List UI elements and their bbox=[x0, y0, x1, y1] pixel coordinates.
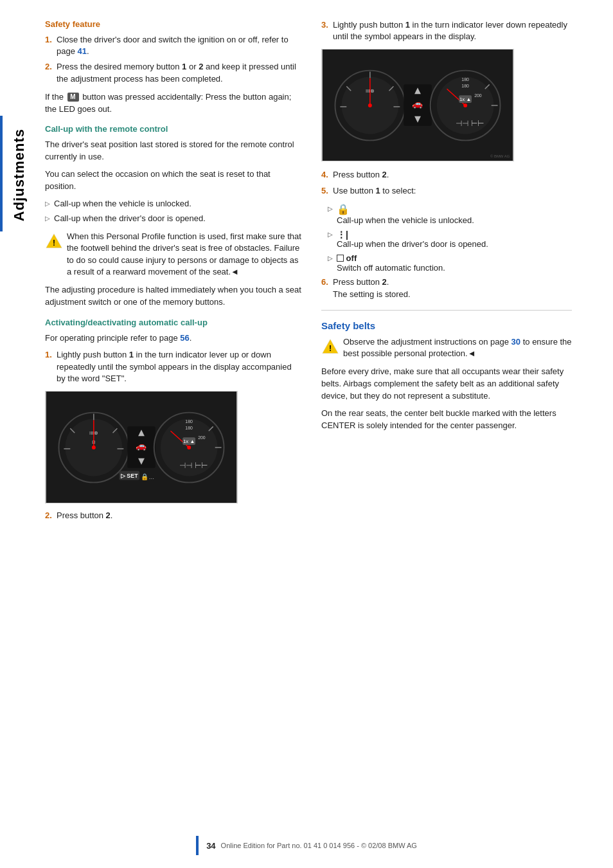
svg-text:⊣⊣ ⊢⊢: ⊣⊣ ⊢⊢ bbox=[179, 461, 207, 470]
callup-heading: Call-up with the remote control bbox=[45, 124, 302, 134]
dashboard-image-left: III⊗ Ω bbox=[45, 391, 238, 503]
sub-item-text: 🔒 Call-up when the vehicle is unlocked. bbox=[337, 203, 474, 225]
bullet-item: ▷ Call-up when the vehicle is unlocked. bbox=[45, 198, 302, 210]
svg-text:© BMW AG: © BMW AG bbox=[490, 154, 510, 158]
svg-text:200: 200 bbox=[198, 435, 206, 440]
svg-text:...: ... bbox=[149, 473, 154, 480]
safety-feature-list: 1. Close the driver's door and switch th… bbox=[45, 34, 302, 85]
safety-belts-section: Safety belts ! Observe the adjustment in… bbox=[321, 320, 572, 432]
safety-feature-section: Safety feature 1. Close the driver's doo… bbox=[45, 19, 302, 115]
sub-item-text: ⋮| Call-up when the driver's door is ope… bbox=[337, 229, 488, 249]
activating-para: For operating principle refer to page 56… bbox=[45, 332, 302, 345]
svg-text:🔒: 🔒 bbox=[141, 473, 149, 481]
main-content: Safety feature 1. Close the driver's doo… bbox=[39, 0, 613, 868]
sub-item-off: ▷ off Switch off automatic function. bbox=[321, 253, 572, 273]
svg-text:1x ▲: 1x ▲ bbox=[459, 96, 471, 102]
callup-section: Call-up with the remote control The driv… bbox=[45, 124, 302, 308]
bullet-text: Call-up when the driver's door is opened… bbox=[54, 213, 206, 224]
sidebar: Adjustments bbox=[0, 0, 39, 868]
step2-left-list: 2. Press button 2. bbox=[45, 510, 302, 521]
list-num-act-1: 1. bbox=[45, 349, 57, 384]
tri-bullet-r1: ▷ bbox=[328, 205, 333, 225]
callup-para1: The driver's seat position last stored i… bbox=[45, 139, 302, 163]
list-num-1: 1. bbox=[45, 34, 57, 57]
svg-text:180: 180 bbox=[461, 84, 469, 89]
right-steps-list: 3. Lightly push button 1 in the turn ind… bbox=[321, 19, 572, 42]
list-num-5: 5. bbox=[321, 185, 333, 197]
list-item: 2. Press the desired memory button 1 or … bbox=[45, 61, 302, 84]
page-link-41: 41 bbox=[78, 46, 87, 56]
sub-item-unlock: ▷ 🔒 Call-up when the vehicle is unlocked… bbox=[321, 203, 572, 225]
tri-bullet-icon: ▷ bbox=[45, 214, 50, 224]
list-item: 1. Lightly push button 1 in the turn ind… bbox=[45, 349, 302, 384]
safety-feature-heading: Safety feature bbox=[45, 19, 302, 29]
page-link-30: 30 bbox=[511, 337, 520, 347]
warning-block: ! When this Personal Profile function is… bbox=[45, 231, 302, 278]
callup-para2: You can select the occasion on which the… bbox=[45, 168, 302, 193]
svg-text:200: 200 bbox=[474, 94, 482, 98]
svg-text:▷ SET: ▷ SET bbox=[121, 473, 138, 479]
svg-point-55 bbox=[463, 104, 467, 107]
m-button-icon: M bbox=[67, 93, 79, 102]
svg-text:180: 180 bbox=[461, 78, 469, 82]
svg-text:180: 180 bbox=[185, 419, 193, 424]
safety-belts-para1: Before every drive, make sure that all o… bbox=[321, 366, 572, 402]
svg-text:⊣⊣ ⊢⊢: ⊣⊣ ⊢⊢ bbox=[456, 119, 483, 128]
svg-text:🚗: 🚗 bbox=[136, 440, 147, 451]
footer-text: Online Edition for Part no. 01 41 0 014 … bbox=[221, 842, 417, 849]
callup-bullets: ▷ Call-up when the vehicle is unlocked. … bbox=[45, 198, 302, 224]
safety-belts-heading: Safety belts bbox=[321, 320, 572, 331]
list-item: 5. Use button 1 to select: bbox=[321, 185, 572, 197]
safety-belts-warning: ! Observe the adjustment instructions on… bbox=[321, 336, 572, 359]
list-item: 1. Close the driver's door and switch th… bbox=[45, 34, 302, 57]
list-num-6: 6. bbox=[321, 276, 333, 300]
page-link-56: 56 bbox=[180, 333, 189, 343]
dashboard-image-right: III⊗ 🚗 180 180 bbox=[321, 49, 514, 161]
list-content-5: Use button 1 to select: bbox=[333, 185, 572, 197]
m-button-note: If the M button was pressed accidentally… bbox=[45, 91, 302, 116]
svg-point-28 bbox=[187, 446, 191, 449]
list-num-2b: 2. bbox=[45, 510, 57, 521]
section-divider bbox=[321, 310, 572, 311]
activating-heading: Activating/deactivating automatic call-u… bbox=[45, 318, 302, 327]
halt-para: The adjusting procedure is halted immedi… bbox=[45, 284, 302, 309]
bullet-text: Call-up when the vehicle is unlocked. bbox=[54, 198, 191, 210]
activating-list: 1. Lightly push button 1 in the turn ind… bbox=[45, 349, 302, 384]
svg-text:180: 180 bbox=[185, 426, 193, 430]
tri-bullet-r3: ▷ bbox=[328, 255, 333, 273]
right-column: 3. Lightly push button 1 in the turn ind… bbox=[315, 19, 591, 849]
sub-item-text: off Switch off automatic function. bbox=[337, 253, 445, 273]
list-content-6: Press button 2. The setting is stored. bbox=[333, 276, 572, 300]
page-container: Adjustments Safety feature 1. Close the … bbox=[0, 0, 613, 868]
safety-belts-warning-text: Observe the adjustment instructions on p… bbox=[343, 336, 572, 359]
svg-text:!: ! bbox=[53, 239, 55, 248]
tri-bullet-r2: ▷ bbox=[328, 231, 333, 249]
steps-4-6-list: 4. Press button 2. 5. Use button 1 to se… bbox=[321, 169, 572, 196]
footer: 34 Online Edition for Part no. 01 41 0 0… bbox=[0, 836, 613, 855]
warning-icon-belts: ! bbox=[321, 338, 339, 356]
list-content-1: Close the driver's door and switch the i… bbox=[57, 34, 302, 57]
safety-belts-para2: On the rear seats, the center belt buckl… bbox=[321, 408, 572, 432]
list-item: 4. Press button 2. bbox=[321, 169, 572, 181]
list-content-r3: Lightly push button 1 in the turn indica… bbox=[333, 19, 572, 42]
list-content-4: Press button 2. bbox=[333, 169, 572, 181]
left-column: Safety feature 1. Close the driver's doo… bbox=[39, 19, 315, 849]
svg-text:1x ▲: 1x ▲ bbox=[183, 439, 195, 444]
list-num-4: 4. bbox=[321, 169, 333, 181]
warning-text: When this Personal Profile function is u… bbox=[67, 231, 302, 278]
footer-accent-line bbox=[196, 836, 199, 855]
warning-icon: ! bbox=[45, 232, 63, 250]
svg-point-13 bbox=[92, 446, 96, 449]
bullet-item: ▷ Call-up when the driver's door is open… bbox=[45, 213, 302, 224]
list-num-r3: 3. bbox=[321, 19, 333, 42]
step6-list: 6. Press button 2. The setting is stored… bbox=[321, 276, 572, 300]
sub-item-door: ▷ ⋮| Call-up when the driver's door is o… bbox=[321, 229, 572, 249]
list-content-act-1: Lightly push button 1 in the turn indica… bbox=[57, 349, 302, 384]
svg-text:!: ! bbox=[329, 344, 332, 353]
svg-text:🚗: 🚗 bbox=[413, 98, 424, 109]
list-item: 2. Press button 2. bbox=[45, 510, 302, 521]
page-number: 34 bbox=[206, 841, 215, 851]
tri-bullet-icon: ▷ bbox=[45, 199, 50, 210]
svg-point-44 bbox=[368, 104, 372, 107]
list-item: 6. Press button 2. The setting is stored… bbox=[321, 276, 572, 300]
